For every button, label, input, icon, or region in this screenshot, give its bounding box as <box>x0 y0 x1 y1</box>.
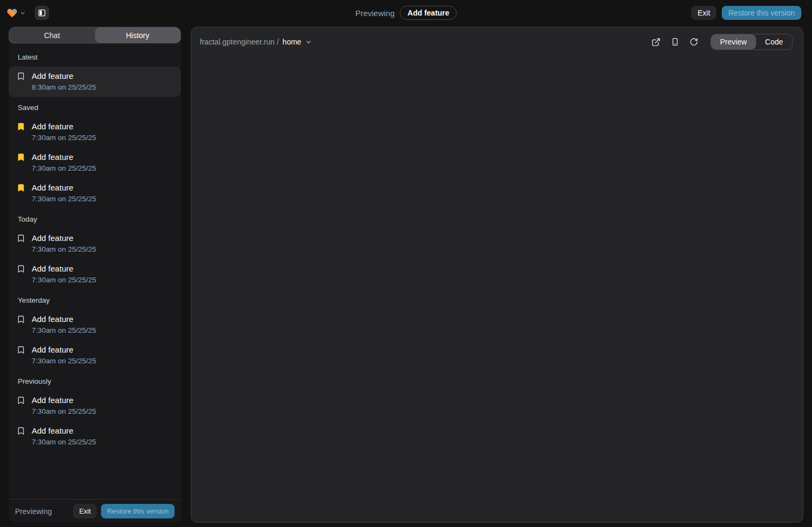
history-item-timestamp: 7:30am on 25/25/25 <box>32 438 175 446</box>
bookmark-filled-icon[interactable] <box>15 153 25 162</box>
url-selector[interactable]: fractal.gptengineer.run / home <box>200 38 312 46</box>
sidebar-toggle-button[interactable] <box>35 6 49 20</box>
bookmark-outline-icon[interactable] <box>15 265 25 273</box>
chevron-down-icon <box>305 39 312 46</box>
history-item-title: Add feature <box>32 152 74 162</box>
tab-chat[interactable]: Chat <box>9 27 95 43</box>
heart-logo-icon <box>6 8 18 19</box>
version-badge[interactable]: Add feature <box>400 6 457 20</box>
history-item-title: Add feature <box>32 314 74 324</box>
logo-menu-button[interactable] <box>6 8 26 19</box>
history-item[interactable]: Add feature7:30am on 25/25/25 <box>9 310 181 340</box>
external-link-icon <box>651 38 661 47</box>
history-item[interactable]: Add feature7:30am on 25/25/25 <box>9 117 181 148</box>
bookmark-outline-icon[interactable] <box>15 72 25 80</box>
history-item[interactable]: Add feature7:30am on 25/25/25 <box>9 421 181 452</box>
history-section-yesterday: YesterdayAdd feature7:30am on 25/25/25Ad… <box>9 295 181 371</box>
history-item[interactable]: Add feature7:30am on 25/25/25 <box>9 259 181 290</box>
bookmark-outline-icon[interactable] <box>15 396 25 405</box>
section-label: Saved <box>9 103 181 117</box>
restore-version-button[interactable]: Restore this version <box>101 504 175 518</box>
preview-status: Previewing Add feature <box>355 6 456 20</box>
section-label: Previously <box>9 376 181 391</box>
history-section-today: TodayAdd feature7:30am on 25/25/25Add fe… <box>9 214 181 290</box>
url-page: home <box>282 38 301 46</box>
history-item-title: Add feature <box>32 122 74 131</box>
section-label: Latest <box>9 52 181 67</box>
url-prefix: fractal.gptengineer.run / <box>200 38 279 46</box>
history-item[interactable]: Add feature7:30am on 25/25/25 <box>9 229 181 259</box>
history-item[interactable]: Add feature8:30am on 25/25/25 <box>9 67 181 97</box>
preview-content <box>191 56 803 522</box>
restore-version-button[interactable]: Restore this version <box>722 6 801 20</box>
section-label: Today <box>9 214 181 229</box>
history-item-title: Add feature <box>32 426 74 435</box>
chevron-down-icon <box>20 10 26 16</box>
history-item-timestamp: 7:30am on 25/25/25 <box>32 326 175 334</box>
history-item-timestamp: 7:30am on 25/25/25 <box>32 407 175 415</box>
history-item[interactable]: Add feature7:30am on 25/25/25 <box>9 148 181 178</box>
history-sidebar: Chat History LatestAdd feature8:30am on … <box>9 27 181 523</box>
code-tab[interactable]: Code <box>756 34 792 49</box>
history-item-timestamp: 7:30am on 25/25/25 <box>32 134 175 142</box>
sidebar-footer: Previewing Exit Restore this version <box>9 499 181 523</box>
history-section-previously: PreviouslyAdd feature7:30am on 25/25/25A… <box>9 376 181 452</box>
panel-left-icon <box>38 9 46 17</box>
sidebar-tabs: Chat History <box>9 27 181 43</box>
history-item[interactable]: Add feature7:30am on 25/25/25 <box>9 178 181 209</box>
history-item[interactable]: Add feature7:30am on 25/25/25 <box>9 340 181 371</box>
history-item-title: Add feature <box>32 233 74 243</box>
bookmark-outline-icon[interactable] <box>15 346 25 354</box>
history-item-title: Add feature <box>32 264 74 273</box>
history-item-title: Add feature <box>32 71 74 80</box>
history-section-saved: SavedAdd feature7:30am on 25/25/25Add fe… <box>9 103 181 209</box>
previewing-label: Previewing <box>355 9 394 18</box>
history-item-timestamp: 7:30am on 25/25/25 <box>32 164 175 172</box>
top-bar: Previewing Add feature Exit Restore this… <box>0 0 812 26</box>
refresh-button[interactable] <box>686 34 701 49</box>
history-item-title: Add feature <box>32 345 74 354</box>
history-item-timestamp: 8:30am on 25/25/25 <box>32 83 175 91</box>
section-label: Yesterday <box>9 295 181 310</box>
history-item-timestamp: 7:30am on 25/25/25 <box>32 195 175 203</box>
topbar-actions: Exit Restore this version <box>691 6 801 20</box>
history-item-title: Add feature <box>32 183 74 192</box>
exit-button[interactable]: Exit <box>73 504 97 518</box>
smartphone-icon <box>671 38 679 46</box>
history-item-timestamp: 7:30am on 25/25/25 <box>32 276 175 284</box>
history-item-timestamp: 7:30am on 25/25/25 <box>32 357 175 365</box>
bookmark-filled-icon[interactable] <box>15 122 25 131</box>
bookmark-outline-icon[interactable] <box>15 234 25 243</box>
bookmark-outline-icon[interactable] <box>15 315 25 324</box>
workspace: Chat History LatestAdd feature8:30am on … <box>9 27 803 523</box>
refresh-icon <box>690 38 698 46</box>
preview-header-actions: Preview Code <box>649 34 793 50</box>
history-section-latest: LatestAdd feature8:30am on 25/25/25 <box>9 52 181 97</box>
bookmark-filled-icon[interactable] <box>15 184 25 192</box>
bookmark-outline-icon[interactable] <box>15 427 25 435</box>
mobile-view-button[interactable] <box>668 34 683 49</box>
logo-area <box>6 6 49 20</box>
preview-tab[interactable]: Preview <box>711 34 756 49</box>
footer-actions: Exit Restore this version <box>73 504 175 518</box>
history-item-title: Add feature <box>32 396 74 405</box>
previewing-label: Previewing <box>15 507 52 516</box>
tab-history[interactable]: History <box>95 27 181 43</box>
exit-button[interactable]: Exit <box>691 6 716 20</box>
view-toggle: Preview Code <box>711 34 793 50</box>
history-item-timestamp: 7:30am on 25/25/25 <box>32 245 175 253</box>
history-item[interactable]: Add feature7:30am on 25/25/25 <box>9 391 181 421</box>
preview-panel: fractal.gptengineer.run / home <box>191 27 803 523</box>
history-list: LatestAdd feature8:30am on 25/25/25Saved… <box>9 43 181 499</box>
open-in-new-tab-button[interactable] <box>649 34 664 49</box>
preview-header: fractal.gptengineer.run / home <box>191 27 803 56</box>
